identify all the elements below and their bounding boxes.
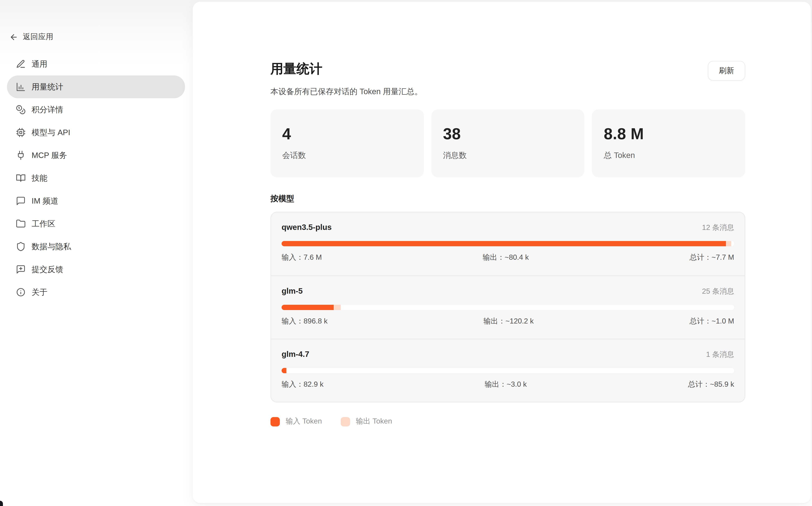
legend-label: 输出 Token — [356, 417, 392, 426]
token-usage-bar — [282, 368, 734, 373]
model-total-tokens: 总计：~1.0 M — [690, 317, 734, 326]
output-token-swatch — [341, 417, 350, 426]
shield-icon — [16, 242, 26, 252]
pencil-icon — [16, 59, 26, 69]
model-output-tokens: 输出：~80.4 k — [483, 253, 529, 263]
stat-card-total-tokens: 8.8 M 总 Token — [592, 109, 745, 177]
token-usage-bar — [282, 305, 734, 310]
model-row-qwen35-plus: qwen3.5-plus 12 条消息 输入：7.6 M 输出：~80.4 k … — [271, 213, 745, 275]
plug-icon — [16, 150, 26, 160]
sidebar-item-label: 数据与隐私 — [31, 241, 71, 252]
model-row-glm-47: glm-4.7 1 条消息 输入：82.9 k 输出：~3.0 k 总计：~85… — [271, 339, 745, 402]
sidebar-item-label: MCP 服务 — [31, 150, 67, 161]
sidebar-item-label: 模型与 API — [31, 127, 70, 138]
sidebar: 返回应用 通用 用量统计 积分详情 — [0, 0, 192, 506]
page-subtitle: 本设备所有已保存对话的 Token 用量汇总。 — [271, 87, 423, 97]
settings-window: 返回应用 通用 用量统计 积分详情 — [0, 0, 812, 506]
sidebar-item-data-privacy[interactable]: 数据与隐私 — [7, 235, 185, 258]
page-title: 用量统计 — [271, 60, 423, 77]
sidebar-item-credits[interactable]: 积分详情 — [7, 98, 185, 121]
sidebar-item-label: IM 频道 — [31, 196, 58, 206]
sidebar-item-im-channels[interactable]: IM 频道 — [7, 189, 185, 213]
by-model-section-title: 按模型 — [271, 194, 745, 204]
model-row-glm-5: glm-5 25 条消息 输入：896.8 k 输出：~120.2 k 总计：~… — [271, 275, 745, 339]
token-usage-bar — [282, 241, 734, 246]
model-message-count: 12 条消息 — [702, 223, 734, 233]
stat-label: 消息数 — [443, 150, 573, 161]
main-panel: 用量统计 本设备所有已保存对话的 Token 用量汇总。 刷新 4 会话数 38… — [193, 2, 811, 503]
stat-card-sessions: 4 会话数 — [271, 109, 424, 177]
page-header: 用量统计 本设备所有已保存对话的 Token 用量汇总。 刷新 — [271, 60, 745, 97]
model-message-count: 1 条消息 — [706, 350, 734, 360]
input-token-segment — [282, 241, 726, 246]
summary-stats: 4 会话数 38 消息数 8.8 M 总 Token — [271, 109, 745, 177]
back-to-app-button[interactable]: 返回应用 — [9, 31, 182, 42]
back-label: 返回应用 — [23, 31, 53, 42]
sidebar-item-label: 积分详情 — [31, 104, 63, 115]
stat-card-messages: 38 消息数 — [431, 109, 584, 177]
model-name: glm-4.7 — [282, 350, 309, 359]
sidebar-item-label: 工作区 — [31, 219, 56, 229]
model-usage-list: qwen3.5-plus 12 条消息 输入：7.6 M 输出：~80.4 k … — [271, 212, 745, 403]
sidebar-item-label: 提交反馈 — [31, 264, 63, 275]
sidebar-item-feedback[interactable]: 提交反馈 — [7, 258, 185, 281]
output-token-segment — [726, 241, 731, 246]
legend-item-input: 输入 Token — [271, 417, 322, 426]
stat-label: 会话数 — [282, 150, 412, 161]
model-message-count: 25 条消息 — [702, 287, 734, 297]
model-name: glm-5 — [282, 287, 303, 296]
sidebar-item-about[interactable]: 关于 — [7, 281, 185, 304]
refresh-button[interactable]: 刷新 — [708, 61, 745, 81]
sidebar-item-label: 通用 — [31, 59, 48, 69]
stat-label: 总 Token — [604, 150, 734, 161]
folder-icon — [16, 219, 26, 229]
token-legend: 输入 Token 输出 Token — [271, 417, 745, 426]
input-token-swatch — [271, 417, 280, 426]
model-input-tokens: 输入：896.8 k — [282, 317, 328, 326]
stat-value: 38 — [443, 124, 573, 143]
model-total-tokens: 总计：~85.9 k — [688, 380, 734, 390]
sidebar-nav: 通用 用量统计 积分详情 模型与 API — [0, 53, 192, 304]
input-token-segment — [282, 305, 334, 310]
bar-chart-icon — [16, 82, 26, 92]
info-icon — [16, 287, 26, 297]
sidebar-item-skills[interactable]: 技能 — [7, 167, 185, 189]
sidebar-item-models-api[interactable]: 模型与 API — [7, 121, 185, 144]
message-square-icon — [16, 196, 26, 206]
legend-item-output: 输出 Token — [341, 417, 392, 426]
arrow-left-icon — [9, 32, 18, 41]
model-input-tokens: 输入：82.9 k — [282, 380, 323, 390]
model-output-tokens: 输出：~3.0 k — [485, 380, 527, 390]
sidebar-item-label: 用量统计 — [31, 82, 63, 92]
cpu-icon — [16, 128, 26, 138]
output-token-segment — [286, 368, 286, 373]
sidebar-item-mcp[interactable]: MCP 服务 — [7, 144, 185, 167]
model-output-tokens: 输出：~120.2 k — [484, 317, 533, 326]
book-open-icon — [16, 173, 26, 183]
model-total-tokens: 总计：~7.7 M — [690, 253, 734, 263]
model-name: qwen3.5-plus — [282, 223, 332, 232]
coins-icon — [16, 105, 26, 115]
sidebar-item-label: 技能 — [31, 173, 48, 183]
sidebar-item-general[interactable]: 通用 — [7, 53, 185, 75]
message-plus-icon — [16, 264, 26, 274]
sidebar-item-usage-stats[interactable]: 用量统计 — [7, 75, 185, 98]
stat-value: 8.8 M — [604, 124, 734, 143]
sidebar-item-workspace[interactable]: 工作区 — [7, 213, 185, 235]
legend-label: 输入 Token — [286, 417, 322, 426]
sidebar-item-label: 关于 — [31, 287, 48, 298]
stat-value: 4 — [282, 124, 412, 143]
output-token-segment — [334, 305, 341, 310]
model-input-tokens: 输入：7.6 M — [282, 253, 322, 263]
input-token-segment — [282, 368, 286, 373]
